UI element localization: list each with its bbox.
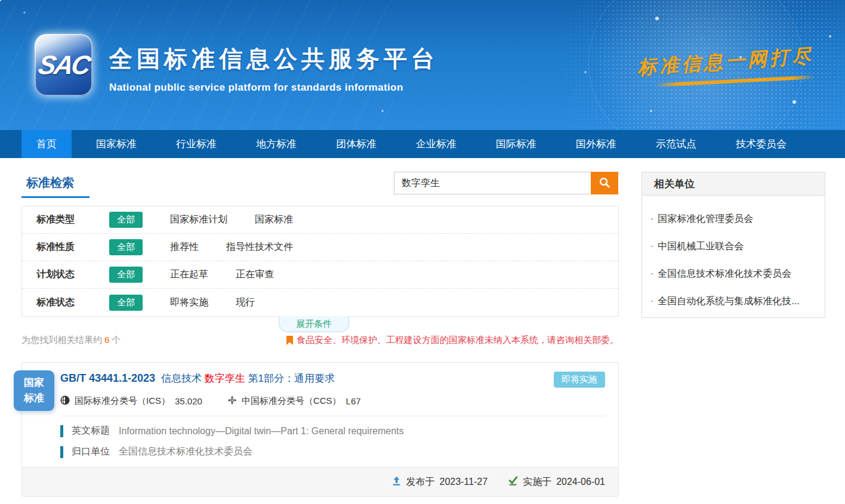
summary-prefix: 为您找到相关结果约 — [21, 335, 102, 345]
filter-label: 标准类型 — [36, 214, 96, 226]
page-title-underline — [21, 196, 90, 198]
nav-item-home[interactable]: 首页 — [21, 130, 72, 158]
related-units-title: 相关单位 — [642, 172, 825, 196]
filter-label: 标准状态 — [36, 296, 96, 309]
standard-title-link[interactable]: GB/T 43441.1-2023信息技术 数字孪生 第1部分：通用要求 — [60, 372, 335, 385]
publish-label: 发布于 — [406, 476, 435, 488]
row-accent-bar — [60, 425, 63, 437]
related-unit-link[interactable]: 全国自动化系统与集成标准化技... — [650, 295, 815, 308]
classification-row: 国际标准分类号（ICS） 35.020 中国标准分类号（CCS） L67 — [60, 395, 618, 407]
compass-icon — [227, 395, 237, 407]
filter-option[interactable]: 指导性技术文件 — [226, 241, 293, 253]
page-title: 标准检索 — [26, 175, 74, 191]
row-accent-bar — [60, 446, 63, 458]
filter-option[interactable]: 国家标准计划 — [170, 214, 227, 226]
filter-row-standard-status: 标准状态 全部 即将实施 现行 — [22, 289, 618, 316]
search-icon — [599, 177, 610, 190]
search-input[interactable] — [394, 172, 591, 194]
site-title-block: 全国标准信息公共服务平台 National public service pla… — [109, 43, 439, 94]
standard-result-card: 国家 标准 GB/T 43441.1-2023信息技术 数字孪生 第1部分：通用… — [21, 362, 619, 497]
result-count: 6 — [102, 335, 112, 345]
related-units-panel: 相关单位 国家标准化管理委员会 中国机械工业联合会 全国信息技术标准化技术委员会… — [642, 172, 825, 318]
nav-item-national-standards[interactable]: 国家标准 — [81, 130, 152, 158]
sparkle-decoration — [0, 0, 1, 1]
ics-classification: 国际标准分类号（ICS） 35.020 — [60, 395, 202, 407]
english-title-label: 英文标题 — [72, 425, 110, 437]
publish-date-item: 发布于 2023-11-27 — [391, 476, 488, 488]
nav-item-technical-committee[interactable]: 技术委员会 — [721, 130, 801, 158]
site-subtitle: National public service platform for sta… — [109, 82, 439, 94]
nav-item-pilot[interactable]: 示范试点 — [641, 130, 711, 158]
nav-item-industry-standards[interactable]: 行业标准 — [161, 130, 232, 158]
related-units-list: 国家标准化管理委员会 中国机械工业联合会 全国信息技术标准化技术委员会 全国自动… — [642, 196, 825, 308]
badge-line1: 国家 — [24, 375, 44, 391]
main-nav: 首页 国家标准 行业标准 地方标准 团体标准 企业标准 国际标准 国外标准 示范… — [0, 130, 845, 158]
filter-label: 计划状态 — [36, 268, 96, 281]
committee-row: 归口单位 全国信息技术标准化技术委员会 — [60, 446, 618, 458]
card-header: GB/T 43441.1-2023信息技术 数字孪生 第1部分：通用要求 即将实… — [22, 363, 618, 388]
search-button[interactable] — [591, 172, 618, 194]
committee-value: 全国信息技术标准化技术委员会 — [119, 446, 252, 458]
expand-conditions-button[interactable]: 展开条件 — [279, 316, 349, 332]
filter-option[interactable]: 正在审查 — [236, 268, 274, 281]
filter-all-button[interactable]: 全部 — [109, 212, 143, 228]
search-box — [394, 172, 618, 194]
bookmark-icon — [286, 336, 293, 345]
filter-option[interactable]: 推荐性 — [170, 241, 199, 253]
card-divider — [60, 416, 605, 416]
standard-title-post: 第1部分：通用要求 — [245, 373, 335, 384]
sac-logo-text: SAC — [36, 50, 91, 80]
ccs-classification: 中国标准分类号（CCS） L67 — [227, 395, 361, 407]
standard-code: GB/T 43441.1-2023 — [60, 372, 155, 384]
card-footer: 发布于 2023-11-27 实施于 2024-06-01 — [22, 467, 618, 496]
filter-all-button[interactable]: 全部 — [109, 239, 143, 255]
related-unit-link[interactable]: 国家标准化管理委员会 — [650, 213, 815, 225]
result-summary: 为您找到相关结果约6个 — [21, 335, 121, 346]
standard-title-highlight: 数字孪生 — [205, 373, 245, 384]
related-unit-link[interactable]: 中国机械工业联合会 — [650, 240, 815, 253]
committee-label: 归口单位 — [72, 446, 110, 458]
implement-check-icon — [508, 476, 518, 488]
filter-option[interactable]: 现行 — [236, 296, 255, 309]
nav-item-group-standards[interactable]: 团体标准 — [321, 130, 391, 158]
filter-label: 标准性质 — [36, 241, 96, 253]
ccs-label: 中国标准分类号（CCS） — [242, 395, 341, 407]
publish-date: 2023-11-27 — [440, 477, 488, 487]
standard-title-pre: 信息技术 — [161, 373, 205, 384]
filter-option[interactable]: 正在起草 — [170, 268, 208, 281]
filter-option[interactable]: 即将实施 — [170, 296, 208, 309]
english-title-row: 英文标题 Information technology—Digital twin… — [60, 425, 618, 437]
ccs-value: L67 — [346, 396, 361, 406]
filter-all-button[interactable]: 全部 — [109, 267, 143, 283]
site-title: 全国标准信息公共服务平台 — [109, 43, 439, 75]
ics-value: 35.020 — [175, 396, 202, 406]
summary-suffix: 个 — [112, 335, 121, 345]
status-badge: 即将实施 — [554, 372, 605, 388]
page-header: SAC 全国标准信息公共服务平台 National public service… — [0, 0, 845, 130]
publish-icon — [391, 476, 402, 488]
related-unit-link[interactable]: 全国信息技术标准化技术委员会 — [650, 268, 815, 280]
filter-row-standard-nature: 标准性质 全部 推荐性 指导性技术文件 — [22, 234, 618, 261]
nav-item-local-standards[interactable]: 地方标准 — [241, 130, 312, 158]
result-summary-row: 为您找到相关结果约6个 食品安全、环境保护、工程建设方面的国家标准未纳入本系统，… — [21, 335, 619, 346]
implement-date: 2024-06-01 — [556, 477, 605, 487]
nav-item-enterprise-standards[interactable]: 企业标准 — [401, 130, 471, 158]
filter-row-standard-type: 标准类型 全部 国家标准计划 国家标准 — [22, 206, 618, 234]
implement-label: 实施于 — [523, 476, 551, 488]
filter-row-plan-status: 计划状态 全部 正在起草 正在审查 — [22, 261, 618, 289]
standard-type-badge: 国家 标准 — [14, 370, 54, 411]
sac-logo[interactable]: SAC — [35, 34, 92, 96]
badge-line2: 标准 — [24, 391, 44, 406]
english-title-value: Information technology—Digital twin—Part… — [119, 426, 404, 437]
nav-item-international-standards[interactable]: 国际标准 — [481, 130, 551, 158]
nav-item-foreign-standards[interactable]: 国外标准 — [561, 130, 631, 158]
globe-icon — [60, 395, 70, 407]
filter-panel: 标准类型 全部 国家标准计划 国家标准 标准性质 全部 推荐性 指导性技术文件 … — [21, 206, 619, 317]
filter-option[interactable]: 国家标准 — [255, 214, 293, 226]
notice-text: 食品安全、环境保护、工程建设方面的国家标准未纳入本系统，请咨询相关部委。 — [297, 335, 619, 346]
implement-date-item: 实施于 2024-06-01 — [508, 476, 605, 488]
system-notice: 食品安全、环境保护、工程建设方面的国家标准未纳入本系统，请咨询相关部委。 — [286, 335, 619, 346]
ics-label: 国际标准分类号（ICS） — [75, 395, 170, 407]
filter-all-button[interactable]: 全部 — [109, 295, 143, 311]
